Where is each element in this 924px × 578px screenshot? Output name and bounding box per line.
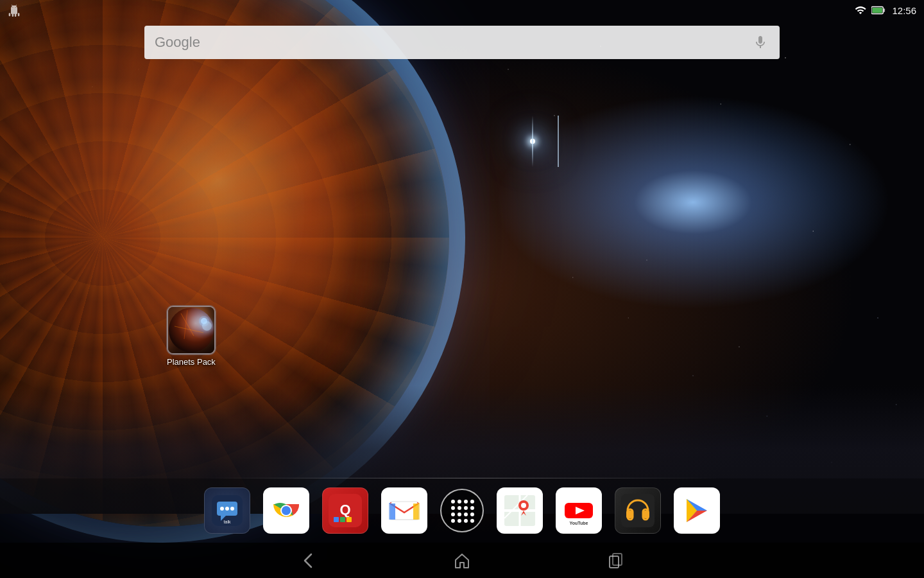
svg-rect-2 [873,8,883,13]
dock-app-drawer[interactable] [440,489,484,532]
status-time: 12:56 [892,5,916,16]
svg-rect-59 [613,554,622,565]
youtube-icon: YouTube [562,494,595,527]
gmail-icon [388,494,421,527]
svg-rect-55 [626,511,633,518]
svg-point-36 [464,506,468,510]
svg-rect-54 [621,494,654,527]
svg-point-35 [458,506,461,510]
planets-pack-art [168,307,214,353]
search-bar-text: Google [155,34,751,51]
svg-rect-23 [334,517,339,522]
nav-back-button[interactable] [295,548,321,574]
svg-rect-29 [413,504,418,520]
svg-point-34 [451,506,455,510]
quickoffice-icon: Q [329,494,362,527]
svg-point-40 [464,512,468,516]
svg-point-38 [451,512,455,516]
back-arrow-icon [298,551,318,570]
home-icon [452,551,472,570]
svg-point-33 [470,500,474,504]
svg-point-32 [464,500,468,504]
svg-rect-56 [643,511,649,518]
mic-icon[interactable] [751,33,769,51]
svg-point-30 [451,500,455,504]
svg-point-14 [225,507,229,511]
bright-star [526,135,539,148]
talk-icon: talk [212,495,243,526]
svg-point-9 [199,316,209,326]
dock-app-youtube[interactable]: YouTube [556,487,602,534]
dock-app-playstore[interactable] [674,487,720,534]
svg-text:talk: talk [224,520,231,524]
dock-app-maps[interactable] [497,487,543,534]
dock-app-talk[interactable]: talk [204,487,250,534]
svg-point-37 [470,506,474,510]
dock-app-chrome[interactable] [263,487,309,534]
svg-point-45 [470,519,474,523]
nav-recent-button[interactable] [603,548,629,574]
svg-text:Q: Q [339,502,350,518]
playstore-icon [680,494,714,527]
android-notification-icon [8,4,21,17]
nav-bar [0,543,924,578]
svg-point-42 [451,519,455,523]
svg-rect-24 [340,517,345,522]
svg-point-13 [220,507,224,511]
search-bar[interactable]: Google [144,26,780,59]
svg-point-43 [458,519,461,523]
dock-app-quickoffice[interactable]: Q [322,487,368,534]
recent-apps-icon [606,551,626,570]
nav-home-button[interactable] [449,548,475,574]
svg-rect-28 [390,504,395,520]
svg-point-49 [521,503,526,508]
dock: talk Q [0,478,924,543]
chrome-icon [270,494,303,527]
svg-rect-1 [884,8,886,12]
planets-pack-label: Planets Pack [167,357,216,367]
svg-point-15 [230,507,234,511]
app-drawer-icon [448,496,476,525]
planets-pack-app-icon[interactable]: Planets Pack [167,307,216,367]
status-bar: 12:56 [0,0,924,21]
svg-rect-58 [610,556,619,568]
svg-rect-25 [346,517,352,522]
planets-pack-thumbnail [168,307,214,353]
status-right: 12:56 [855,4,916,16]
battery-icon [871,4,886,16]
music-icon [621,494,654,527]
dock-app-music[interactable] [615,487,661,534]
status-left [8,4,21,17]
svg-point-20 [282,506,291,515]
svg-point-44 [464,519,468,523]
svg-point-39 [458,512,461,516]
svg-text:YouTube: YouTube [570,521,588,525]
svg-point-41 [470,512,474,516]
maps-icon [503,494,536,527]
wifi-icon [855,4,866,16]
svg-point-31 [458,500,461,504]
dock-app-gmail[interactable] [381,487,427,534]
